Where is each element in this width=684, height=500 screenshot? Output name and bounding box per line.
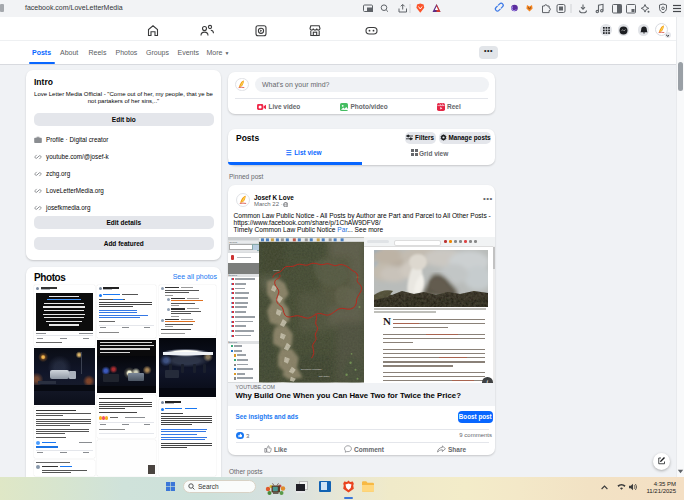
svg-text:Greenhorn Mountain: Greenhorn Mountain — [300, 368, 322, 370]
svg-text:Custer: Custer — [272, 269, 279, 271]
svg-text:San Isabel: San Isabel — [318, 375, 329, 377]
